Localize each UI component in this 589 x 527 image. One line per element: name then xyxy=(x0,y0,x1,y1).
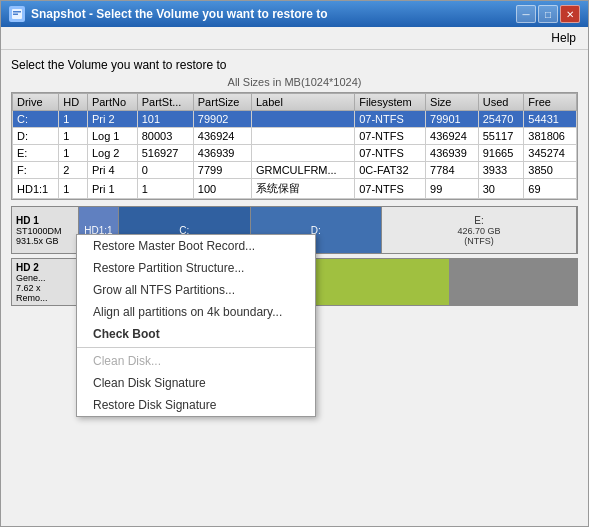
table-cell: GRMCULFRM... xyxy=(252,162,355,179)
disk-visual-area: HD 1 ST1000DM 931.5x GB HD1:1 C: D: E xyxy=(11,206,578,518)
table-cell: Log 1 xyxy=(87,128,137,145)
context-menu-item-4[interactable]: Check Boot xyxy=(77,323,315,345)
window-icon xyxy=(9,6,25,22)
col-used: Used xyxy=(478,94,524,111)
content-area: Select the Volume you want to restore to… xyxy=(1,50,588,526)
context-menu-item-7[interactable]: Restore Disk Signature xyxy=(77,394,315,416)
disk1-model: ST1000DM xyxy=(16,226,74,236)
col-free: Free xyxy=(524,94,577,111)
table-cell: HD1:1 xyxy=(13,179,59,199)
table-cell: 436924 xyxy=(426,128,479,145)
table-cell: 3933 xyxy=(478,162,524,179)
instruction-text: Select the Volume you want to restore to xyxy=(11,58,578,72)
svg-rect-1 xyxy=(13,11,21,13)
volume-table-container: Drive HD PartNo PartSt... PartSize Label… xyxy=(11,92,578,200)
table-cell: 80003 xyxy=(137,128,193,145)
col-filesystem: Filesystem xyxy=(355,94,426,111)
context-menu-item-3[interactable]: Align all partitions on 4k boundary... xyxy=(77,301,315,323)
table-cell: Pri 2 xyxy=(87,111,137,128)
table-cell: 54431 xyxy=(524,111,577,128)
table-cell: 2 xyxy=(59,162,88,179)
table-row[interactable]: C:1Pri 21017990207-NTFS799012547054431 xyxy=(13,111,577,128)
partition-e[interactable]: E: 426.70 GB (NTFS) xyxy=(382,207,577,253)
table-row[interactable]: HD1:11Pri 11100系统保留07-NTFS993069 xyxy=(13,179,577,199)
context-menu-separator xyxy=(77,347,315,348)
disk2-model: Gene... xyxy=(16,273,74,283)
table-cell: F: xyxy=(13,162,59,179)
table-cell: E: xyxy=(13,145,59,162)
table-cell: 79901 xyxy=(426,111,479,128)
svg-rect-2 xyxy=(13,14,18,16)
table-cell: 91665 xyxy=(478,145,524,162)
table-cell: 07-NTFS xyxy=(355,179,426,199)
table-cell: 381806 xyxy=(524,128,577,145)
disk-label-hd1: HD 1 ST1000DM 931.5x GB xyxy=(11,206,79,254)
minimize-button[interactable]: ─ xyxy=(516,5,536,23)
table-cell: 25470 xyxy=(478,111,524,128)
partition-unalloc[interactable] xyxy=(450,259,577,305)
table-cell: Pri 4 xyxy=(87,162,137,179)
table-cell: 436939 xyxy=(193,145,251,162)
context-menu-item-1[interactable]: Restore Partition Structure... xyxy=(77,257,315,279)
table-cell: 1 xyxy=(59,179,88,199)
context-menu-item-0[interactable]: Restore Master Boot Record... xyxy=(77,235,315,257)
table-cell: 1 xyxy=(59,128,88,145)
table-cell: 0 xyxy=(137,162,193,179)
table-cell: 436939 xyxy=(426,145,479,162)
col-partsize: PartSize xyxy=(193,94,251,111)
table-cell: C: xyxy=(13,111,59,128)
maximize-button[interactable]: □ xyxy=(538,5,558,23)
col-drive: Drive xyxy=(13,94,59,111)
table-cell: 3850 xyxy=(524,162,577,179)
size-note: All Sizes in MB(1024*1024) xyxy=(11,76,578,88)
table-cell: 7784 xyxy=(426,162,479,179)
col-hd: HD xyxy=(59,94,88,111)
table-header: Drive HD PartNo PartSt... PartSize Label… xyxy=(13,94,577,111)
help-menu[interactable]: Help xyxy=(543,29,584,47)
window-title: Snapshot - Select the Volume you want to… xyxy=(31,7,327,21)
table-cell: 79902 xyxy=(193,111,251,128)
disk1-name: HD 1 xyxy=(16,215,74,226)
table-cell: 1 xyxy=(59,145,88,162)
table-cell: 07-NTFS xyxy=(355,128,426,145)
disk2-size: 7.62 x xyxy=(16,283,74,293)
table-cell: D: xyxy=(13,128,59,145)
table-cell: 30 xyxy=(478,179,524,199)
window-controls: ─ □ ✕ xyxy=(516,5,580,23)
table-cell: 1 xyxy=(137,179,193,199)
table-cell: 0C-FAT32 xyxy=(355,162,426,179)
table-row[interactable]: F:2Pri 407799GRMCULFRM...0C-FAT327784393… xyxy=(13,162,577,179)
table-cell: 69 xyxy=(524,179,577,199)
table-cell: 345274 xyxy=(524,145,577,162)
table-cell xyxy=(252,111,355,128)
table-row[interactable]: D:1Log 18000343692407-NTFS43692455117381… xyxy=(13,128,577,145)
table-cell xyxy=(252,128,355,145)
table-body: C:1Pri 21017990207-NTFS799012547054431D:… xyxy=(13,111,577,199)
disk2-name: HD 2 xyxy=(16,262,74,273)
table-cell: 436924 xyxy=(193,128,251,145)
table-cell: 516927 xyxy=(137,145,193,162)
col-partst: PartSt... xyxy=(137,94,193,111)
main-window: Snapshot - Select the Volume you want to… xyxy=(0,0,589,527)
disk2-type: Remo... xyxy=(16,293,74,303)
table-cell xyxy=(252,145,355,162)
table-cell: 99 xyxy=(426,179,479,199)
close-button[interactable]: ✕ xyxy=(560,5,580,23)
title-bar-left: Snapshot - Select the Volume you want to… xyxy=(9,6,327,22)
col-label: Label xyxy=(252,94,355,111)
context-menu-item-2[interactable]: Grow all NTFS Partitions... xyxy=(77,279,315,301)
volume-table: Drive HD PartNo PartSt... PartSize Label… xyxy=(12,93,577,199)
table-cell: 7799 xyxy=(193,162,251,179)
table-cell: 101 xyxy=(137,111,193,128)
table-cell: Log 2 xyxy=(87,145,137,162)
context-menu-item-6[interactable]: Clean Disk Signature xyxy=(77,372,315,394)
table-cell: 07-NTFS xyxy=(355,145,426,162)
table-row[interactable]: E:1Log 251692743693907-NTFS4369399166534… xyxy=(13,145,577,162)
table-cell: 系统保留 xyxy=(252,179,355,199)
table-cell: Pri 1 xyxy=(87,179,137,199)
disk1-size: 931.5x GB xyxy=(16,236,74,246)
menu-bar: Help xyxy=(1,27,588,50)
context-menu: Restore Master Boot Record...Restore Par… xyxy=(76,234,316,417)
disk-label-hd2: HD 2 Gene... 7.62 x Remo... xyxy=(11,258,79,306)
table-cell: 1 xyxy=(59,111,88,128)
